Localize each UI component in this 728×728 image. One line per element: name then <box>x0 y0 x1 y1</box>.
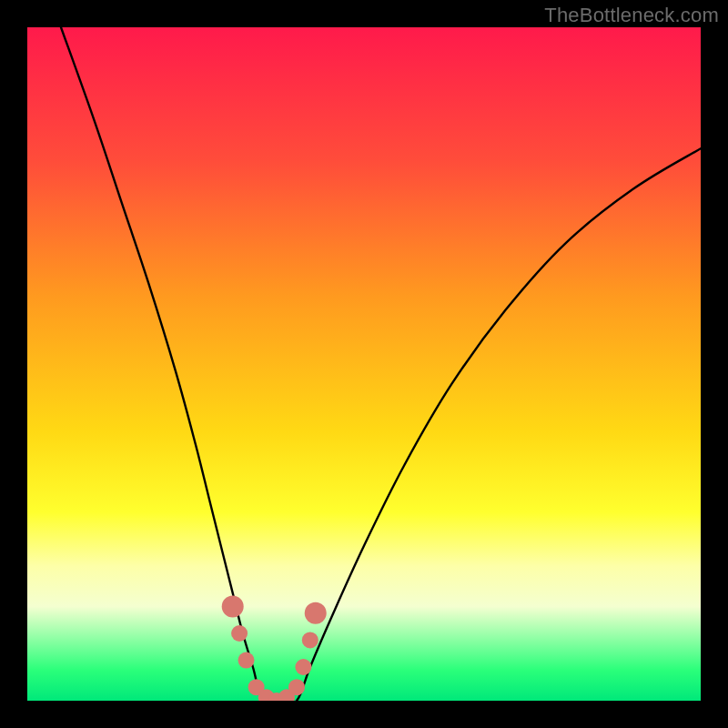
chart-svg <box>27 27 701 701</box>
gradient-background <box>27 27 701 701</box>
highlight-dot <box>222 595 244 617</box>
watermark-text: TheBottleneck.com <box>544 4 719 27</box>
highlight-dot <box>231 625 248 642</box>
highlight-dot <box>295 659 311 675</box>
plot-area <box>27 27 701 701</box>
highlight-dot <box>238 652 255 669</box>
highlight-dot <box>305 602 327 624</box>
highlight-dot <box>302 632 318 648</box>
chart-frame: TheBottleneck.com <box>0 0 728 728</box>
highlight-dot <box>288 679 305 695</box>
